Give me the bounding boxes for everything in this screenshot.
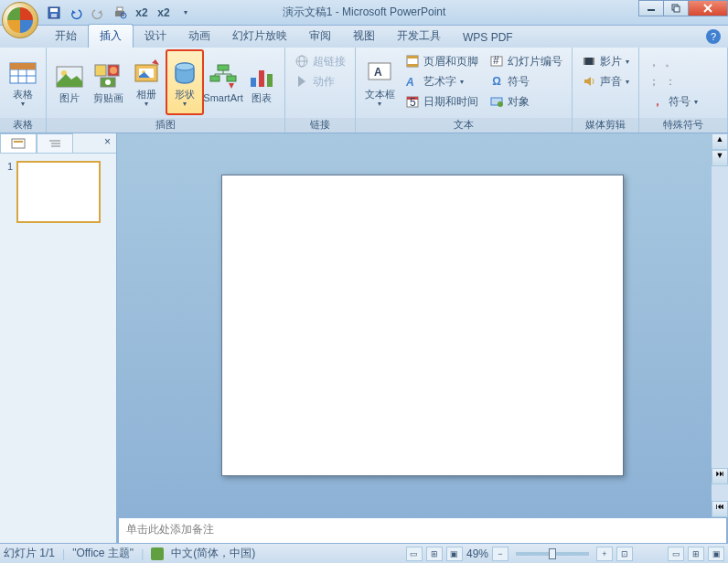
slide-thumbnail[interactable]: 1	[7, 161, 109, 223]
outline-tab-icon	[48, 138, 62, 149]
hyperlink-icon	[294, 54, 309, 69]
scroll-up-icon[interactable]: ▲	[712, 133, 728, 150]
tab-home[interactable]: 开始	[44, 25, 88, 48]
chart-button[interactable]: 图表	[242, 49, 281, 115]
svg-rect-44	[407, 56, 418, 58]
punctuation-icon[interactable]: 。	[665, 55, 676, 70]
svg-rect-30	[227, 76, 236, 81]
slide-number-button[interactable]: # 幻灯片编号	[486, 51, 566, 71]
tab-design[interactable]: 设计	[134, 25, 177, 48]
subscript-icon[interactable]: x2	[154, 3, 174, 23]
clipart-icon	[93, 61, 123, 90]
zoom-out-icon[interactable]: −	[492, 547, 509, 561]
tab-wps[interactable]: WPS PDF	[452, 27, 524, 48]
slides-tab[interactable]	[0, 133, 37, 153]
clipart-button[interactable]: 剪贴画	[89, 49, 127, 115]
svg-text:A: A	[374, 66, 382, 79]
superscript-icon[interactable]: x2	[132, 3, 152, 23]
scroll-down-icon[interactable]: ▼	[712, 150, 728, 166]
group-media: 影片▾ 声音▾ 媒体剪辑	[573, 48, 639, 133]
svg-rect-58	[14, 141, 23, 143]
tab-animations[interactable]: 动画	[177, 25, 221, 48]
slide-canvas[interactable]	[221, 175, 624, 476]
chevron-down-icon: ▾	[183, 100, 187, 108]
smartart-button[interactable]: SmartArt	[204, 49, 242, 115]
tab-developer[interactable]: 开发工具	[386, 25, 452, 48]
zoom-in-icon[interactable]: +	[596, 547, 613, 561]
slideshow-view-icon-2[interactable]: ▣	[708, 547, 724, 561]
thumb-preview	[16, 161, 101, 223]
help-icon[interactable]: ?	[706, 29, 721, 44]
symbol-button[interactable]: Ω 符号	[486, 71, 566, 91]
thumb-number: 1	[7, 161, 13, 223]
zoom-slider[interactable]	[516, 552, 589, 556]
language[interactable]: 中文(简体，中国)	[171, 546, 255, 561]
svg-point-21	[110, 67, 117, 74]
normal-view-icon-2[interactable]: ▭	[668, 547, 684, 561]
zoom-level[interactable]: 49%	[466, 547, 488, 560]
punctuation-icon[interactable]: ：	[665, 74, 676, 90]
tab-insert[interactable]: 插入	[88, 24, 134, 48]
header-footer-button[interactable]: 页眉和页脚	[401, 51, 482, 71]
sound-button[interactable]: 声音▾	[578, 71, 633, 91]
minimize-button[interactable]	[638, 0, 664, 16]
save-icon[interactable]	[44, 3, 64, 23]
movie-button[interactable]: 影片▾	[578, 51, 633, 71]
object-button[interactable]: 对象	[486, 91, 566, 112]
punctuation-icon[interactable]	[681, 74, 684, 90]
sorter-view-icon-2[interactable]: ⊞	[688, 547, 704, 561]
picture-label: 图片	[59, 92, 80, 103]
punctuation-icon[interactable]	[681, 55, 684, 70]
shapes-icon	[170, 58, 199, 87]
outline-tab[interactable]	[37, 133, 73, 153]
album-button[interactable]: 相册 ▾	[127, 49, 166, 115]
special-symbol-button[interactable]: ， 符号▾	[647, 91, 701, 112]
fit-window-icon[interactable]: ⊡	[616, 547, 633, 561]
wordart-button[interactable]: A 艺术字▾	[401, 71, 482, 91]
notes-pane[interactable]: 单击此处添加备注	[119, 517, 726, 543]
slide-canvas-wrap	[117, 133, 728, 517]
office-button[interactable]	[2, 2, 38, 38]
zoom-thumb[interactable]	[549, 548, 556, 559]
svg-rect-28	[218, 65, 229, 70]
svg-rect-19	[95, 65, 106, 76]
tab-view[interactable]: 视图	[342, 25, 386, 48]
next-slide-icon[interactable]: ⏭	[712, 468, 728, 484]
chevron-down-icon: ▾	[145, 100, 148, 108]
textbox-label: 文本框	[365, 89, 395, 100]
sound-label: 声音	[600, 74, 622, 90]
prev-slide-icon[interactable]: ⏮	[712, 501, 728, 517]
sorter-view-icon[interactable]: ⊞	[426, 547, 443, 561]
punctuation-icon[interactable]: ；	[648, 74, 659, 90]
qat-customize-icon[interactable]: ▾	[176, 3, 196, 23]
tab-review[interactable]: 审阅	[298, 25, 342, 48]
group-special-label: 特殊符号	[639, 118, 727, 133]
print-preview-icon[interactable]	[110, 3, 130, 23]
close-button[interactable]	[688, 0, 728, 16]
tab-slideshow[interactable]: 幻灯片放映	[221, 25, 298, 48]
slide-number-label: 幻灯片编号	[508, 54, 562, 69]
slides-tab-icon	[11, 138, 26, 149]
slideshow-view-icon[interactable]: ▣	[446, 547, 463, 561]
maximize-button[interactable]	[663, 0, 689, 16]
slide-info: 幻灯片 1/1	[4, 546, 55, 561]
undo-icon[interactable]	[66, 3, 86, 23]
svg-rect-2	[51, 14, 57, 17]
picture-button[interactable]: 图片	[50, 49, 89, 115]
group-links-label: 链接	[285, 118, 355, 133]
chart-icon	[247, 61, 276, 90]
datetime-button[interactable]: 5 日期和时间	[401, 91, 482, 112]
shapes-button[interactable]: 形状 ▾	[166, 49, 204, 115]
panel-close-icon[interactable]: ×	[99, 133, 116, 153]
textbox-button[interactable]: A 文本框 ▾	[359, 49, 400, 115]
svg-point-27	[176, 63, 194, 70]
svg-text:#: #	[493, 54, 499, 67]
table-button[interactable]: 表格 ▾	[4, 49, 42, 115]
hyperlink-button[interactable]: 超链接	[291, 51, 349, 71]
redo-icon[interactable]	[88, 3, 108, 23]
vertical-scrollbar[interactable]: ▲ ▼ ⏮ ⏭	[712, 133, 728, 517]
svg-rect-3	[115, 11, 124, 16]
punctuation-icon[interactable]: ，	[648, 55, 659, 70]
normal-view-icon[interactable]: ▭	[406, 547, 423, 561]
action-button[interactable]: 动作	[291, 71, 349, 91]
